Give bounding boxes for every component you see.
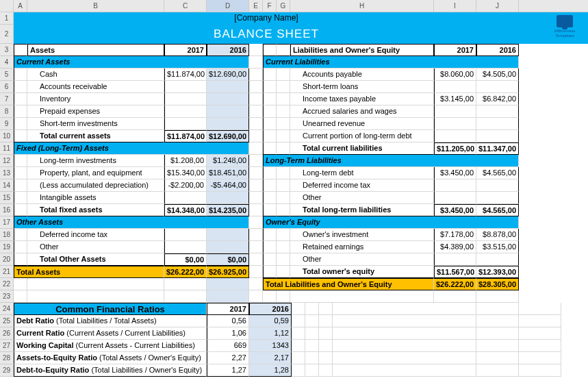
cell[interactable]	[292, 364, 305, 377]
value[interactable]: $4.565,00	[476, 167, 519, 179]
row-header[interactable]: 2	[0, 25, 14, 44]
row-header[interactable]: 29	[0, 364, 14, 377]
row-header[interactable]: 20	[0, 253, 14, 266]
label[interactable]: Cash	[27, 68, 164, 81]
col-header-d[interactable]: D	[207, 0, 249, 12]
col-header-f[interactable]: F	[263, 0, 277, 12]
label[interactable]: Property, plant, and equipment	[27, 167, 164, 179]
cell[interactable]	[249, 229, 263, 241]
cell[interactable]	[319, 303, 333, 315]
label[interactable]: Short-term loans	[290, 81, 434, 93]
cell[interactable]	[14, 278, 27, 290]
value[interactable]: $11.567,00	[434, 266, 476, 278]
cell[interactable]	[277, 192, 290, 204]
cell[interactable]	[263, 179, 277, 192]
cell[interactable]	[263, 44, 277, 56]
cell[interactable]	[319, 364, 333, 377]
ratio-label[interactable]: Debt-to-Equity Ratio (Total Liabilities …	[14, 364, 207, 377]
value[interactable]: -$5.464,00	[207, 179, 249, 192]
cell[interactable]	[476, 364, 519, 377]
value[interactable]: $15.340,00	[164, 167, 207, 179]
cell[interactable]	[263, 142, 277, 155]
cell[interactable]	[476, 315, 519, 327]
cell[interactable]	[27, 290, 164, 303]
row-header[interactable]: 8	[0, 105, 14, 118]
cell[interactable]	[249, 142, 263, 155]
value[interactable]: $4.505,00	[476, 68, 519, 81]
value[interactable]: -$2.200,00	[164, 179, 207, 192]
corner-cell[interactable]	[0, 0, 14, 12]
cell[interactable]	[277, 68, 290, 81]
cell[interactable]	[333, 364, 476, 377]
cell[interactable]	[292, 340, 305, 352]
cell[interactable]	[519, 340, 561, 352]
cell[interactable]	[476, 327, 519, 340]
cell[interactable]	[292, 352, 305, 364]
row-header[interactable]: 15	[0, 192, 14, 204]
cell[interactable]	[263, 68, 277, 81]
value[interactable]	[476, 253, 519, 266]
value[interactable]	[476, 118, 519, 130]
cell[interactable]	[249, 130, 263, 142]
liab-header[interactable]: Liabilities and Owner's Equity	[290, 44, 434, 56]
label[interactable]: Long-term debt	[290, 167, 434, 179]
value[interactable]	[476, 192, 519, 204]
col-header-a[interactable]: A	[14, 0, 27, 12]
cell[interactable]	[263, 105, 277, 118]
cell[interactable]	[249, 290, 263, 303]
cell[interactable]	[249, 56, 263, 68]
value[interactable]: $0,00	[164, 253, 207, 266]
cell[interactable]	[164, 278, 207, 290]
row-header[interactable]: 21	[0, 266, 14, 278]
value[interactable]: 1,12	[249, 327, 292, 340]
cell[interactable]	[277, 142, 290, 155]
cell[interactable]	[277, 105, 290, 118]
cell[interactable]	[319, 327, 333, 340]
cell[interactable]	[249, 93, 263, 105]
value[interactable]: $11.874,00	[164, 130, 207, 142]
value[interactable]	[476, 105, 519, 118]
label[interactable]: Deferred income tax	[27, 229, 164, 241]
cell[interactable]	[519, 364, 561, 377]
value[interactable]: $4.565,00	[476, 204, 519, 216]
cell[interactable]	[476, 290, 519, 303]
sheet-title[interactable]: BALANCE SHEET	[14, 25, 519, 44]
value[interactable]	[476, 130, 519, 142]
cell[interactable]	[277, 44, 290, 56]
cell[interactable]	[249, 81, 263, 93]
cell[interactable]	[305, 364, 319, 377]
label[interactable]: (Less accumulated depreciation)	[27, 179, 164, 192]
cell[interactable]	[434, 290, 476, 303]
value[interactable]	[207, 81, 249, 93]
cell[interactable]	[14, 253, 27, 266]
cell[interactable]	[263, 241, 277, 253]
col-header-b[interactable]: B	[27, 0, 164, 12]
ratios-title[interactable]: Common Financial Ratios	[14, 303, 207, 315]
year1-ratio-header[interactable]: 2017	[207, 303, 249, 315]
col-header-g[interactable]: G	[277, 0, 290, 12]
value[interactable]	[164, 241, 207, 253]
value[interactable]: 1343	[249, 340, 292, 352]
row-header[interactable]: 4	[0, 56, 14, 68]
cell[interactable]	[249, 155, 263, 167]
assets-header[interactable]: Assets	[27, 44, 164, 56]
row-header[interactable]: 18	[0, 229, 14, 241]
cell[interactable]	[319, 315, 333, 327]
value[interactable]: $3.450,00	[434, 167, 476, 179]
long-term-liab-section[interactable]: Long-Term Liabilities	[263, 155, 519, 167]
cell[interactable]	[519, 352, 561, 364]
ratio-label[interactable]: Current Ratio (Current Assets / Current …	[14, 327, 207, 340]
cell[interactable]	[476, 352, 519, 364]
value[interactable]	[207, 229, 249, 241]
ratio-label[interactable]: Assets-to-Equity Ratio (Total Assets / O…	[14, 352, 207, 364]
cell[interactable]	[207, 278, 249, 290]
value[interactable]: 2,17	[249, 352, 292, 364]
row-header[interactable]: 7	[0, 93, 14, 105]
cell[interactable]	[305, 303, 319, 315]
col-header-e[interactable]: E	[249, 0, 263, 12]
cell[interactable]	[277, 204, 290, 216]
cell[interactable]	[164, 290, 207, 303]
value[interactable]: 1,28	[249, 364, 292, 377]
row-header[interactable]: 17	[0, 216, 14, 229]
cell[interactable]	[207, 290, 249, 303]
